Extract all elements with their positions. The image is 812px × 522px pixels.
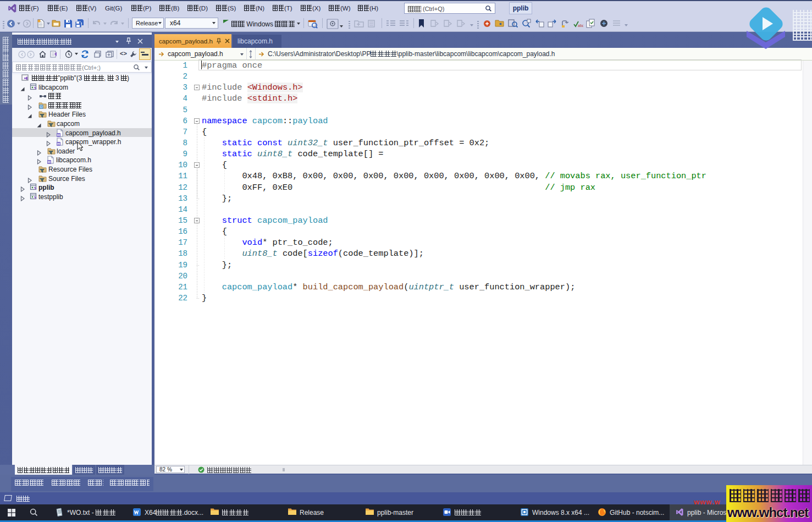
svg-text:abc: abc [578,24,583,28]
